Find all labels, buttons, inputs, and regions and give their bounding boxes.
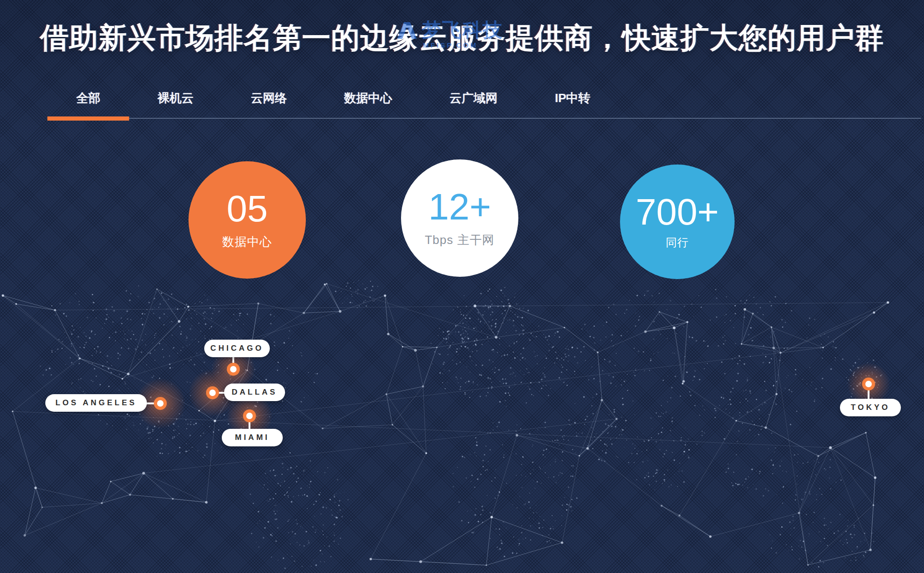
city-label: LOS ANGELES	[45, 394, 147, 412]
city-label: CHICAGO	[204, 340, 270, 357]
tab-cloud-wan[interactable]: 云广域网	[450, 91, 498, 105]
category-tabs: 全部 裸机云 云网络 数据中心 云广域网 IP中转	[49, 91, 921, 119]
location-dot-icon	[862, 378, 875, 390]
city-label: TOKYO	[840, 399, 901, 416]
stat-value: 12+	[428, 189, 491, 226]
tab-data-center[interactable]: 数据中心	[344, 91, 392, 105]
location-dot-icon	[206, 386, 219, 399]
stat-label: 同行	[666, 235, 689, 250]
page-title: 借助新兴市场排名第一的边缘云服务提供商，快速扩大您的用户群	[0, 18, 924, 57]
tab-ip-transit[interactable]: IP中转	[555, 91, 590, 105]
stat-peers: 700+ 同行	[620, 165, 735, 279]
stat-label: Tbps 主干网	[425, 232, 494, 248]
stat-backbone: 12+ Tbps 主干网	[401, 159, 518, 277]
location-dot-icon	[243, 409, 256, 422]
stat-value: 700+	[636, 194, 719, 231]
tab-bare-metal-cloud[interactable]: 裸机云	[158, 91, 194, 105]
location-dot-icon	[154, 397, 167, 410]
page-background: 借助新兴市场排名第一的边缘云服务提供商，快速扩大您的用户群 梦飞科技 MFISP…	[0, 0, 924, 573]
city-label: DALLAS	[224, 384, 285, 401]
city-label: MIAMI	[222, 429, 283, 446]
location-dot-icon	[227, 363, 240, 376]
stat-data-centers: 05 数据中心	[188, 161, 306, 279]
stat-label: 数据中心	[222, 234, 272, 250]
stat-value: 05	[227, 190, 268, 227]
tab-all[interactable]: 全部	[76, 91, 100, 105]
tab-cloud-network[interactable]: 云网络	[251, 91, 287, 105]
